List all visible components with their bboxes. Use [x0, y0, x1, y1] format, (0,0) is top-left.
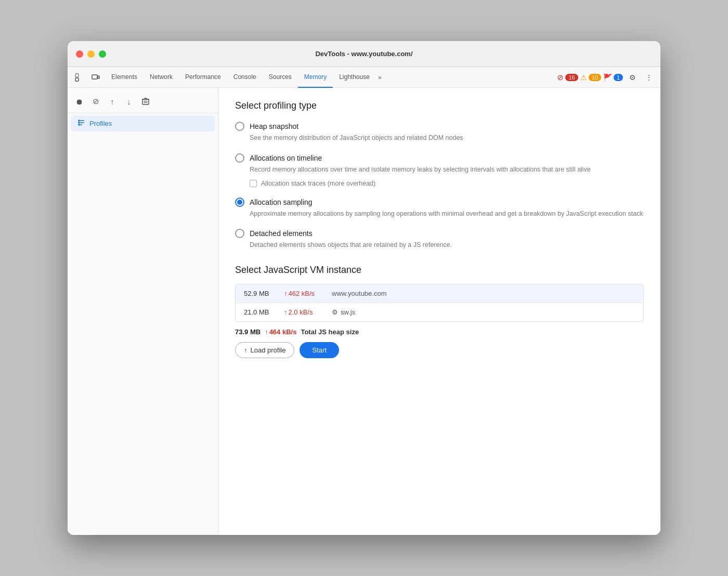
titlebar: DevTools - www.youtube.com/	[68, 41, 660, 67]
heap-snapshot-desc: See the memory distribution of JavaScrip…	[250, 133, 644, 143]
vm-sw-name: ⚙ sw.js	[332, 308, 355, 316]
info-count: 1	[614, 74, 623, 81]
tab-sources[interactable]: Sources	[263, 67, 298, 88]
svg-rect-0	[75, 74, 79, 77]
allocation-traces-row: Allocation stack traces (more overhead)	[250, 180, 644, 187]
more-tabs-btn[interactable]: »	[376, 74, 384, 81]
footer-stats: 73.9 MB ↑ 464 kB/s Total JS heap size	[235, 328, 359, 336]
minimize-button[interactable]	[87, 50, 95, 58]
allocations-timeline-desc: Record memory allocations over time and …	[250, 165, 644, 175]
devtools-window: DevTools - www.youtube.com/ Elements Net…	[68, 41, 660, 535]
warning-badge-group: ⚠ 10	[580, 73, 601, 82]
error-badge-group: ⊘ 16	[557, 73, 578, 82]
vm-youtube-size: 52.9 MB	[244, 290, 278, 297]
sidebar: ⏺ ⊘ ↑ ↓	[68, 88, 218, 535]
vm-youtube-name: www.youtube.com	[332, 290, 387, 297]
tab-memory[interactable]: Memory	[298, 67, 333, 88]
allocation-sampling-radio[interactable]	[235, 198, 244, 207]
info-badge-group: 🚩 1	[603, 73, 623, 82]
heap-snapshot-option: Heap snapshot See the memory distributio…	[235, 122, 644, 143]
upload-btn[interactable]: ↑	[105, 94, 120, 109]
tab-performance[interactable]: Performance	[179, 67, 227, 88]
footer: 73.9 MB ↑ 464 kB/s Total JS heap size	[235, 322, 644, 338]
total-rate-arrow: ↑	[265, 328, 268, 336]
allocation-traces-label: Allocation stack traces (more overhead)	[261, 180, 375, 187]
arrow-up-icon: ↑	[284, 290, 288, 297]
settings-icon[interactable]: ⚙	[625, 70, 640, 85]
allocation-sampling-header: Allocation sampling	[235, 198, 644, 207]
error-icon: ⊘	[557, 73, 564, 82]
traffic-lights	[76, 50, 106, 58]
svg-rect-1	[75, 78, 79, 81]
download-btn[interactable]: ↓	[122, 94, 136, 109]
tab-network[interactable]: Network	[144, 67, 179, 88]
gear-icon: ⚙	[332, 308, 338, 316]
total-heap-label: Total JS heap size	[301, 328, 359, 336]
tab-lighthouse[interactable]: Lighthouse	[333, 67, 376, 88]
allocations-timeline-label: Allocations on timeline	[250, 154, 322, 162]
maximize-button[interactable]	[99, 50, 106, 58]
record-btn[interactable]: ⏺	[72, 94, 86, 109]
toolbar-icons: ⊘ 16 ⚠ 10 🚩 1 ⚙ ⋮	[557, 70, 656, 85]
allocation-traces-checkbox[interactable]	[250, 180, 257, 187]
svg-rect-3	[98, 76, 99, 78]
vm-sw-rate: ↑ 2.0 kB/s	[284, 308, 326, 316]
close-button[interactable]	[76, 50, 83, 58]
total-heap-size: 73.9 MB	[235, 328, 261, 336]
error-count: 16	[565, 74, 578, 81]
vm-section-title: Select JavaScript VM instance	[235, 265, 644, 276]
vm-row-sw[interactable]: 21.0 MB ↑ 2.0 kB/s ⚙ sw.js	[236, 303, 643, 321]
tab-elements[interactable]: Elements	[105, 67, 144, 88]
vm-row-youtube[interactable]: 52.9 MB ↑ 462 kB/s www.youtube.com	[236, 284, 643, 303]
upload-icon: ↑	[244, 346, 248, 354]
heap-snapshot-radio[interactable]	[235, 122, 244, 131]
main-tabs: Elements Network Performance Console Sou…	[105, 67, 555, 88]
info-icon: 🚩	[603, 73, 612, 82]
heap-snapshot-label: Heap snapshot	[250, 122, 298, 130]
start-button[interactable]: Start	[300, 342, 339, 358]
total-heap-rate: ↑ 464 kB/s	[265, 328, 296, 336]
warning-count: 10	[589, 74, 601, 81]
warning-icon: ⚠	[580, 73, 587, 82]
svg-rect-2	[92, 75, 97, 79]
detached-elements-header: Detached elements	[235, 229, 644, 238]
clear-btn[interactable]: ⊘	[88, 94, 103, 109]
profiles-label: Profiles	[89, 120, 112, 127]
vm-sw-rate-value: 2.0 kB/s	[289, 308, 313, 316]
vm-table: 52.9 MB ↑ 462 kB/s www.youtube.com 21.0 …	[235, 284, 644, 322]
heap-snapshot-header: Heap snapshot	[235, 122, 644, 131]
detached-elements-label: Detached elements	[250, 229, 313, 238]
allocation-sampling-label: Allocation sampling	[250, 198, 313, 206]
allocations-timeline-option: Allocations on timeline Record memory al…	[235, 153, 644, 187]
detached-elements-option: Detached elements Detached elements show…	[235, 229, 644, 250]
sidebar-toolbar: ⏺ ⊘ ↑ ↓	[68, 92, 218, 113]
device-icon[interactable]	[88, 70, 103, 85]
collect-garbage-btn[interactable]	[138, 94, 153, 109]
sidebar-item-profiles[interactable]: Profiles	[71, 115, 215, 132]
load-profile-button[interactable]: ↑ Load profile	[235, 342, 294, 358]
allocations-timeline-header: Allocations on timeline	[235, 153, 644, 163]
total-rate-value: 464 kB/s	[269, 328, 297, 336]
allocations-timeline-radio[interactable]	[235, 153, 244, 163]
detached-elements-radio[interactable]	[235, 229, 244, 238]
window-title: DevTools - www.youtube.com/	[315, 50, 412, 58]
tab-bar: Elements Network Performance Console Sou…	[68, 67, 660, 88]
profiles-icon	[77, 119, 85, 128]
more-options-icon[interactable]: ⋮	[642, 70, 656, 85]
content-area: Select profiling type Heap snapshot See …	[218, 88, 660, 535]
main-layout: ⏺ ⊘ ↑ ↓	[68, 88, 660, 535]
allocation-sampling-option: Allocation sampling Approximate memory a…	[235, 198, 644, 219]
vm-sw-size: 21.0 MB	[244, 308, 278, 316]
footer-actions: ↑ Load profile Start	[235, 338, 644, 362]
profiling-type-title: Select profiling type	[235, 100, 644, 111]
arrow-up-icon-2: ↑	[284, 308, 288, 316]
tab-console[interactable]: Console	[227, 67, 263, 88]
inspect-icon[interactable]	[72, 70, 86, 85]
allocation-sampling-desc: Approximate memory allocations by sampli…	[250, 209, 644, 219]
vm-youtube-rate: ↑ 462 kB/s	[284, 290, 326, 297]
vm-youtube-rate-value: 462 kB/s	[289, 290, 315, 297]
detached-elements-desc: Detached elements shows objects that are…	[250, 240, 644, 250]
